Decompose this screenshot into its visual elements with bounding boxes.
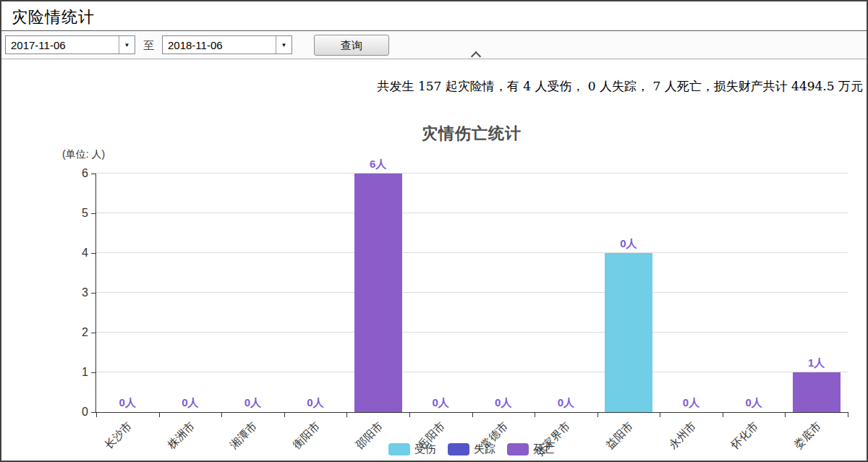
end-date-value[interactable]: 2018-11-06: [163, 36, 276, 54]
legend-item-失踪[interactable]: 失踪: [448, 442, 495, 456]
legend-item-死亡[interactable]: 死亡: [507, 442, 555, 456]
bar-value-label: 0人: [725, 396, 783, 409]
bar-value-label: 0人: [224, 396, 281, 409]
collapse-panel-toggle[interactable]: [470, 51, 482, 59]
x-axis-tick: [723, 413, 723, 417]
casualty-bar-chart: 灾情伤亡统计 (单位: 人) 受伤失踪死亡 01234560人长沙市0人株洲市0…: [1, 1, 868, 462]
dropdown-arrow-icon[interactable]: ▼: [119, 36, 135, 54]
y-axis-tick: [91, 213, 95, 214]
legend-swatch: [388, 443, 410, 455]
gridline: [96, 252, 848, 253]
bar-segment-死亡: [793, 372, 841, 412]
start-date-value[interactable]: 2017-11-06: [6, 36, 119, 54]
bar-segment-受伤: [605, 253, 652, 412]
gridline: [96, 292, 848, 293]
legend-label: 死亡: [533, 442, 555, 456]
query-button[interactable]: 查询: [314, 35, 389, 56]
page-title: 灾险情统计: [12, 7, 95, 28]
chevron-up-icon: [471, 51, 481, 61]
filter-toolbar: 2017-11-06 ▼ 至 2018-11-06 ▼ 查询: [1, 31, 867, 59]
y-axis-label: 2: [62, 326, 88, 339]
legend-swatch: [507, 443, 529, 455]
gridline: [96, 213, 848, 213]
legend-label: 失踪: [474, 442, 495, 456]
x-axis-tick: [785, 413, 786, 417]
chart-legend: 受伤失踪死亡: [110, 442, 833, 456]
legend-swatch: [448, 443, 469, 455]
bar-value-label: 0人: [600, 237, 658, 250]
title-bar: 灾险情统计: [1, 1, 867, 31]
end-date-picker[interactable]: 2018-11-06 ▼: [162, 35, 292, 54]
x-axis-tick: [346, 413, 347, 417]
bar-value-label: 0人: [475, 396, 532, 409]
y-axis-tick: [91, 372, 95, 373]
y-axis-label: 3: [62, 286, 88, 299]
y-axis-line: [95, 174, 96, 412]
x-axis-line: [95, 412, 848, 413]
y-axis-tick: [91, 253, 95, 254]
legend-item-受伤[interactable]: 受伤: [388, 442, 436, 456]
y-axis-tick: [91, 174, 95, 174]
bar-value-label: 1人: [788, 356, 846, 369]
x-axis-tick: [409, 413, 410, 417]
x-axis-tick: [221, 413, 222, 417]
x-axis-tick: [159, 413, 160, 417]
y-axis-label: 1: [62, 366, 88, 379]
y-axis-tick: [91, 293, 95, 294]
bar-value-label: 0人: [161, 396, 219, 409]
chart-title: 灾情伤亡统计: [110, 123, 833, 145]
to-label: 至: [143, 39, 154, 53]
gridline: [96, 332, 848, 333]
x-axis-tick: [848, 413, 848, 417]
y-axis-tick: [91, 412, 95, 413]
bar-value-label: 0人: [537, 396, 595, 409]
y-axis-label: 5: [62, 207, 88, 220]
y-axis-label: 0: [62, 406, 88, 419]
y-axis-tick: [91, 333, 95, 333]
bar-value-label: 0人: [286, 396, 344, 409]
bar-value-label: 0人: [98, 396, 156, 409]
dropdown-arrow-icon[interactable]: ▼: [276, 36, 292, 54]
gridline: [96, 173, 848, 174]
x-axis-tick: [284, 413, 285, 417]
bar-segment-死亡: [354, 174, 402, 412]
gridline: [96, 372, 848, 372]
app-window: 灾险情统计 2017-11-06 ▼ 至 2018-11-06 ▼ 查询 共发生…: [0, 0, 868, 462]
y-axis-label: 4: [62, 247, 88, 260]
bar-value-label: 6人: [349, 158, 407, 171]
start-date-picker[interactable]: 2017-11-06 ▼: [5, 35, 135, 54]
toolbar-divider: [1, 59, 867, 59]
y-axis-unit-label: (单位: 人): [62, 148, 105, 161]
x-axis-tick: [597, 413, 598, 417]
x-axis-tick: [96, 413, 97, 417]
x-axis-tick: [660, 413, 660, 417]
y-axis-label: 6: [62, 167, 88, 180]
summary-text: 共发生 157 起灾险情，有 4 人受伤， 0 人失踪， 7 人死亡，损失财产共…: [378, 78, 863, 95]
bar-value-label: 0人: [412, 396, 469, 409]
bar-value-label: 0人: [663, 396, 720, 409]
x-axis-tick: [472, 413, 473, 417]
x-axis-tick: [535, 413, 535, 417]
legend-label: 受伤: [414, 442, 436, 456]
